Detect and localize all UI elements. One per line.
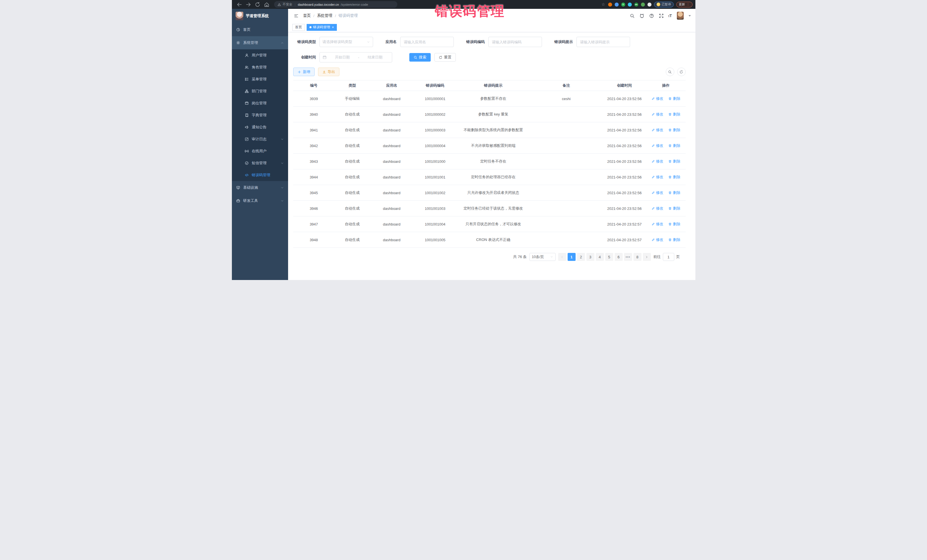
extension-puzzle-icon[interactable]	[647, 3, 652, 6]
date-range-picker[interactable]: 开始日期 - 结束日期	[319, 52, 392, 62]
delete-link[interactable]: 删除	[668, 96, 680, 101]
sidebar-item[interactable]: 在线用户	[232, 145, 288, 157]
address-bar[interactable]: 不安全 | dashboard.yudao.iocoder.cn/system/…	[274, 1, 397, 8]
cell-message: 定时任务不存在	[457, 154, 530, 169]
extension-on-icon[interactable]: on	[634, 3, 638, 6]
page-number-button[interactable]: 2	[577, 253, 585, 261]
edit-link[interactable]: 修改	[652, 175, 663, 180]
audit-log-icon	[245, 137, 249, 141]
error-code-type-select[interactable]: 请选择错误码类型	[319, 37, 373, 47]
breadcrumb-system[interactable]: 系统管理	[317, 13, 332, 18]
avatar-caret-icon[interactable]	[688, 15, 691, 17]
reset-button[interactable]: 重置	[435, 53, 456, 62]
extension-teal-grid-icon[interactable]	[628, 3, 632, 6]
extension-key-icon[interactable]	[641, 3, 645, 6]
cell-actions: 修改 删除	[646, 216, 685, 232]
browser-back-icon[interactable]	[237, 2, 242, 8]
app-name-input[interactable]	[400, 37, 454, 47]
fullscreen-icon[interactable]	[659, 14, 664, 18]
error-message-input[interactable]	[576, 37, 630, 47]
prev-page-button[interactable]	[558, 253, 566, 261]
filter-error-code-type: 错误码类型 请选择错误码类型	[293, 37, 373, 47]
sidebar-item[interactable]: 用户管理	[232, 49, 288, 61]
edit-link[interactable]: 修改	[652, 112, 663, 117]
sidebar-item[interactable]: 短信管理	[232, 157, 288, 169]
search-button[interactable]: 搜索	[409, 53, 431, 62]
delete-link[interactable]: 删除	[668, 175, 680, 180]
cell-type: 自动生成	[334, 216, 370, 232]
sidebar-item[interactable]: 字典管理	[232, 109, 288, 121]
page-number-button[interactable]: 3	[587, 253, 594, 261]
sidebar-item[interactable]: 部门管理	[232, 85, 288, 97]
page-number-button[interactable]: 4	[596, 253, 604, 261]
font-size-icon[interactable]: tT	[669, 14, 672, 18]
sidebar-item[interactable]: 角色管理	[232, 61, 288, 73]
refresh-table-button[interactable]	[677, 68, 686, 76]
sidebar-item[interactable]: 研发工具	[232, 194, 288, 207]
cell-code: 1001001004	[413, 216, 457, 232]
github-icon[interactable]	[640, 14, 644, 18]
edit-link[interactable]: 修改	[652, 190, 663, 195]
goto-page-input[interactable]	[663, 253, 674, 261]
breadcrumb-home[interactable]: 首页	[303, 13, 311, 18]
edit-link[interactable]: 修改	[652, 143, 663, 148]
edit-link[interactable]: 修改	[652, 159, 663, 164]
tag-home[interactable]: 首页	[292, 24, 305, 31]
cell-type: 自动生成	[334, 169, 370, 185]
cell-create-time: 2021-04-20 23:52:56	[603, 91, 646, 107]
browser-forward-icon[interactable]	[246, 2, 251, 8]
filter-label: 错误码类型	[293, 39, 316, 44]
delete-link[interactable]: 删除	[668, 222, 680, 227]
sidebar-item[interactable]: 基础设施	[232, 181, 288, 194]
page-number-button[interactable]: 5	[605, 253, 613, 261]
edit-icon	[652, 207, 655, 210]
help-icon[interactable]	[649, 14, 654, 18]
search-icon[interactable]	[630, 14, 635, 18]
tag-error-code[interactable]: 错误码管理 ×	[307, 24, 337, 31]
app-logo-row[interactable]: 芋道管理系统	[232, 9, 288, 23]
extension-green-v-icon[interactable]: V	[621, 3, 625, 6]
add-button[interactable]: 新增	[293, 68, 315, 76]
page-number-button[interactable]: •••	[624, 253, 632, 261]
edit-link[interactable]: 修改	[652, 222, 663, 227]
table-row: 3940 自动生成 dashboard 1001000002 参数配置 key …	[293, 107, 686, 122]
delete-link[interactable]: 删除	[668, 112, 680, 117]
page-number-button[interactable]: 1	[568, 253, 576, 261]
error-code-input[interactable]	[488, 37, 542, 47]
sidebar-item[interactable]: 菜单管理	[232, 73, 288, 85]
toggle-search-button[interactable]	[666, 68, 674, 76]
delete-link[interactable]: 删除	[668, 206, 680, 211]
edit-link[interactable]: 修改	[652, 96, 663, 101]
page-size-select[interactable]: 10条/页	[529, 253, 556, 261]
extension-orange-icon[interactable]	[608, 3, 612, 6]
delete-link[interactable]: 删除	[668, 127, 680, 133]
browser-update-button[interactable]: 更新 ⋮	[676, 2, 693, 8]
kebab-menu-icon[interactable]: ⋮	[687, 3, 690, 6]
hamburger-icon[interactable]	[294, 14, 299, 18]
extension-blue-gem-icon[interactable]	[615, 3, 619, 6]
sidebar-item[interactable]: 审计日志	[232, 133, 288, 145]
browser-profile-chip[interactable]: 已暂停	[654, 2, 674, 8]
export-button[interactable]: 导出	[318, 68, 339, 76]
sidebar-item[interactable]: 系统管理	[232, 36, 288, 49]
page-number-button[interactable]: 8	[634, 253, 641, 261]
delete-link[interactable]: 删除	[668, 190, 680, 195]
sidebar-item[interactable]: 通知公告	[232, 121, 288, 133]
delete-link[interactable]: 删除	[668, 237, 680, 242]
next-page-button[interactable]	[643, 253, 651, 261]
edit-link[interactable]: 修改	[652, 206, 663, 211]
browser-reload-icon[interactable]	[255, 2, 260, 8]
close-icon[interactable]: ×	[332, 26, 334, 29]
edit-link[interactable]: 修改	[652, 127, 663, 133]
delete-link[interactable]: 删除	[668, 159, 680, 164]
bookmark-star-icon[interactable]: ☆	[601, 2, 606, 6]
page-number-button[interactable]: 6	[615, 253, 623, 261]
sidebar-item-label: 系统管理	[243, 40, 258, 46]
sidebar-item[interactable]: 首页	[232, 23, 288, 36]
sidebar-item[interactable]: 错误码管理	[232, 169, 288, 181]
edit-link[interactable]: 修改	[652, 237, 663, 242]
sidebar-item[interactable]: 岗位管理	[232, 97, 288, 109]
delete-link[interactable]: 删除	[668, 143, 680, 148]
browser-home-icon[interactable]	[264, 2, 269, 8]
user-avatar[interactable]	[677, 12, 684, 20]
